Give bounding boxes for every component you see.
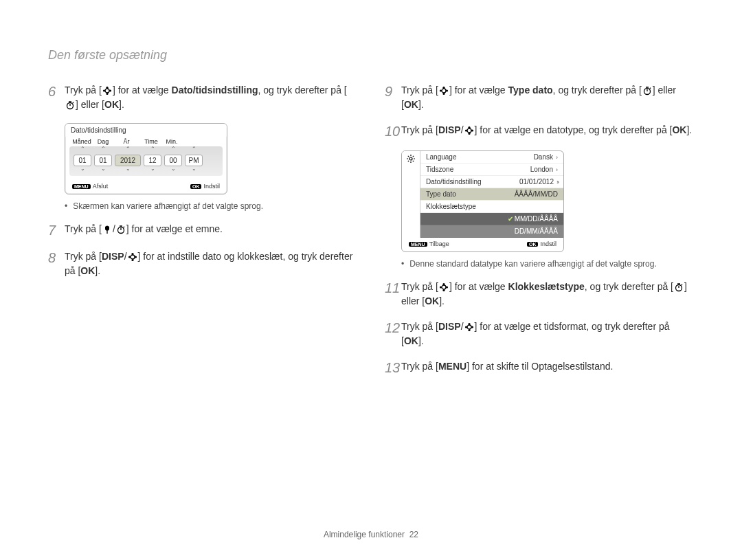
step-6: 6 Tryk på [] for at vælge Dato/tidsindst… <box>48 83 357 112</box>
chevron-up-icon[interactable]: ⌃ <box>192 146 196 152</box>
chevron-down-icon[interactable]: ⌄ <box>150 166 155 172</box>
step-10: 10 Tryk på [DISP/] for at vælge en datot… <box>385 123 694 139</box>
left-column: 6 Tryk på [] for at vælge Dato/tidsindst… <box>48 83 357 387</box>
flower-icon <box>464 126 475 135</box>
spinner-hour[interactable]: 12 <box>144 155 161 166</box>
page-footer: Almindelige funktioner 22 <box>0 530 742 539</box>
note-language: •Skærmen kan variere afhængigt af det va… <box>65 201 357 211</box>
gear-tab-icon[interactable] <box>402 151 420 238</box>
disp-label: DISP <box>438 124 461 135</box>
check-icon: ✔ <box>508 215 513 223</box>
tulip-icon <box>102 225 113 234</box>
chevron-up-icon[interactable]: ⌃ <box>171 146 176 152</box>
page-title: Den første opsætning <box>48 48 694 63</box>
right-column: 9 Tryk på [] for at vælge Type dato, og … <box>385 83 694 387</box>
step-text: Tryk på [DISP/] for at vælge et tidsform… <box>401 320 694 348</box>
spinner-min[interactable]: 00 <box>164 155 182 166</box>
chevron-up-icon[interactable]: ⌃ <box>80 146 85 152</box>
step-text: Tryk på [DISP/] for at vælge en datotype… <box>401 123 694 137</box>
flower-icon <box>127 252 138 262</box>
step-number: 6 <box>48 83 65 100</box>
chevron-up-icon[interactable]: ⌃ <box>101 146 106 152</box>
ok-label: OK <box>425 295 439 306</box>
note-datatype: •Denne standard datatype kan variere afh… <box>401 259 694 269</box>
chevron-down-icon[interactable]: ⌄ <box>101 166 106 172</box>
ok-label: OK <box>404 335 418 346</box>
chevron-up-icon[interactable]: ⌃ <box>126 146 131 152</box>
ok-label: OK <box>404 99 418 110</box>
step-text: Tryk på [DISP/] for at indstille dato og… <box>65 249 357 278</box>
chevron-down-icon[interactable]: ⌄ <box>171 166 176 172</box>
step-text: Tryk på [] for at vælge Klokkeslætstype,… <box>401 280 694 309</box>
double-chevron-right-icon: ›› <box>556 179 558 186</box>
step-number: 10 <box>385 123 401 139</box>
chevron-right-icon: › <box>556 154 558 161</box>
step-number: 13 <box>385 359 401 376</box>
flower-icon <box>464 322 475 332</box>
spinner-ampm[interactable]: PM <box>185 155 203 166</box>
menu-item-datetype[interactable]: Type datoÅÅÅÅ/MM/DD <box>420 188 563 201</box>
flower-icon <box>438 282 449 292</box>
step-number: 11 <box>385 280 401 296</box>
spinner-year[interactable]: 2012 <box>115 155 141 166</box>
step-text: Tryk på [MENU] for at skifte til Optagel… <box>401 359 694 374</box>
ss-set[interactable]: OKIndstil <box>190 183 220 190</box>
ss-column-labels: Måned Dag År Time Min. <box>65 137 227 146</box>
step-7: 7 Tryk på [/] for at vælge et emne. <box>48 222 357 238</box>
menu-option-ddmmyyyy[interactable]: DD/MM/ÅÅÅÅ <box>420 225 563 238</box>
timer-icon <box>65 100 76 110</box>
chevron-up-icon[interactable]: ⌃ <box>150 146 155 152</box>
step-text: Tryk på [] for at vælge Dato/tidsindstil… <box>65 83 357 112</box>
settings-menu-screenshot: LanguageDansk› TidszoneLondon› Dato/tids… <box>401 150 564 252</box>
ok-label: OK <box>104 99 119 110</box>
chevron-down-icon[interactable]: ⌄ <box>80 166 85 172</box>
flower-icon <box>438 86 449 96</box>
timer-icon <box>115 225 126 234</box>
ss-spinner-row: ⌃01⌄ ⌃01⌄ ⌃2012⌄ ⌃12⌄ ⌃00⌄ ⌃PM⌄ <box>69 146 223 176</box>
menu-item-datetime[interactable]: Dato/tidsindstilling01/01/2012›› <box>420 176 563 188</box>
menu-item-timetype[interactable]: Klokkeslætstype <box>420 201 563 213</box>
ok-label: OK <box>672 124 686 135</box>
step-12: 12 Tryk på [DISP/] for at vælge et tidsf… <box>385 320 694 348</box>
timer-icon <box>673 282 684 292</box>
ss-back[interactable]: MENUTilbage <box>409 240 449 247</box>
chevron-right-icon: › <box>556 166 558 173</box>
chevron-down-icon[interactable]: ⌄ <box>126 166 131 172</box>
step-13: 13 Tryk på [MENU] for at skifte til Opta… <box>385 359 694 376</box>
step-number: 7 <box>48 222 65 238</box>
chevron-down-icon[interactable]: ⌄ <box>192 166 196 172</box>
step-8: 8 Tryk på [DISP/] for at indstille dato … <box>48 249 357 278</box>
spinner-month[interactable]: 01 <box>74 155 91 166</box>
menu-label: MENU <box>438 361 466 372</box>
menu-option-mmddyyyy[interactable]: ✔MM/DD/ÅÅÅÅ <box>420 213 563 225</box>
flower-icon <box>102 86 113 96</box>
spinner-day[interactable]: 01 <box>94 155 112 166</box>
step-text: Tryk på [] for at vælge Type dato, og tr… <box>401 83 694 112</box>
ss-exit[interactable]: MENUAfslut <box>72 183 108 190</box>
step-number: 12 <box>385 320 401 336</box>
menu-item-language[interactable]: LanguageDansk› <box>420 151 563 164</box>
ok-label: OK <box>80 265 95 276</box>
ss-set[interactable]: OKIndstil <box>527 240 556 247</box>
step-11: 11 Tryk på [] for at vælge Klokkeslætsty… <box>385 280 694 309</box>
date-time-screenshot: Dato/tidsindstilling Måned Dag År Time M… <box>65 123 227 194</box>
ss-title: Dato/tidsindstilling <box>65 124 227 137</box>
step-9: 9 Tryk på [] for at vælge Type dato, og … <box>385 83 694 112</box>
step-text: Tryk på [/] for at vælge et emne. <box>65 222 357 236</box>
timer-icon <box>642 86 653 96</box>
disp-label: DISP <box>102 251 124 262</box>
step-number: 9 <box>385 83 401 100</box>
disp-label: DISP <box>438 321 461 332</box>
step-number: 8 <box>48 249 65 266</box>
menu-item-timezone[interactable]: TidszoneLondon› <box>420 164 563 176</box>
